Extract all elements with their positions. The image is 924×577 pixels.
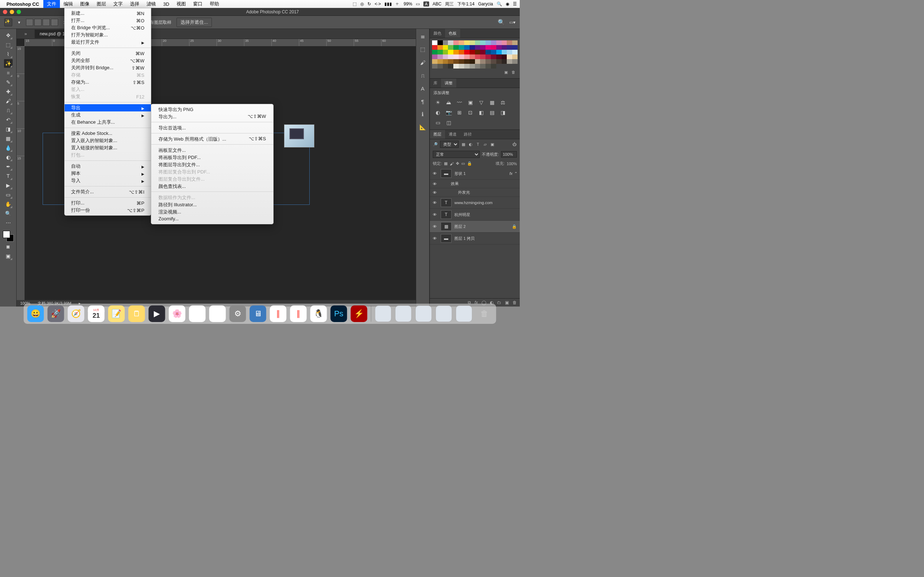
export-menu-item[interactable]: 画板至文件... <box>151 147 273 154</box>
swatch[interactable] <box>438 40 443 45</box>
swatch[interactable] <box>448 50 453 55</box>
swatch[interactable] <box>432 59 438 64</box>
newlayer-icon[interactable]: ▣ <box>505 300 509 305</box>
swatch[interactable] <box>432 64 438 69</box>
dock-min-win4[interactable] <box>436 305 452 322</box>
export-menu-item[interactable]: Zoomify... <box>151 215 273 222</box>
adj-bw-icon[interactable]: ◐ <box>434 109 441 116</box>
dock-Photoshop[interactable]: Ps <box>331 305 347 322</box>
properties-icon[interactable]: ⬚ <box>419 45 426 53</box>
swatch[interactable] <box>512 55 518 59</box>
export-menu-item[interactable]: 路径到 Illustrator... <box>151 201 273 208</box>
menu-3D[interactable]: 3D <box>160 0 173 8</box>
blur-tool[interactable]: 💧 <box>4 143 13 152</box>
eyedropper-tool[interactable]: ✎ <box>4 78 13 87</box>
spotlight-icon[interactable]: 🔍 <box>497 2 502 6</box>
delete-swatch-icon[interactable]: 🗑 <box>512 70 515 75</box>
filter-toggle[interactable]: ⏻ <box>512 142 517 147</box>
file-menu-item[interactable]: 置入链接的智能对象... <box>65 144 151 152</box>
lock-all-icon[interactable]: 🔒 <box>467 161 472 166</box>
edit-toolbar[interactable]: ⋯ <box>4 219 13 227</box>
tab-libraries[interactable]: 库 <box>430 79 441 88</box>
swatch[interactable] <box>480 40 485 45</box>
swatch[interactable] <box>453 40 459 45</box>
adj-vibrance-icon[interactable]: ▽ <box>478 99 485 106</box>
file-menu-item[interactable]: 存储为...⇧⌘S <box>65 79 151 86</box>
type-tool[interactable]: T <box>4 172 13 180</box>
swatch[interactable] <box>502 45 507 50</box>
dodge-tool[interactable]: ◐ <box>4 153 13 161</box>
adj-levels-icon[interactable]: ⛰ <box>445 99 452 106</box>
heal-tool[interactable]: ✚ <box>4 87 13 96</box>
swatch[interactable] <box>438 64 443 69</box>
swatch[interactable] <box>464 59 470 64</box>
swatch[interactable] <box>443 40 448 45</box>
path-select-tool[interactable]: ▶ <box>4 181 13 190</box>
export-menu-item[interactable]: 颜色查找表... <box>151 182 273 190</box>
swatch[interactable] <box>443 45 448 50</box>
menu-文件[interactable]: 文件 <box>43 0 60 8</box>
group-icon[interactable]: 🗀 <box>497 300 501 305</box>
filter-smart-icon[interactable]: ▣ <box>490 142 495 147</box>
swatch[interactable] <box>485 45 491 50</box>
file-menu-item[interactable]: 打印一份⌥⇧⌘P <box>65 206 151 214</box>
history-icon[interactable]: ≣ <box>419 32 426 40</box>
refine-button[interactable]: 选择并遮住... <box>176 18 212 27</box>
swatch[interactable] <box>480 50 485 55</box>
swatch[interactable] <box>485 40 491 45</box>
measure-icon[interactable]: 📐 <box>419 123 426 131</box>
swatch[interactable] <box>480 59 485 64</box>
adj-mixer-icon[interactable]: ⊞ <box>456 109 463 116</box>
lock-trans-icon[interactable]: ▦ <box>444 161 447 166</box>
swatch[interactable] <box>496 59 502 64</box>
menu-帮助[interactable]: 帮助 <box>206 0 223 8</box>
swatch[interactable] <box>491 40 496 45</box>
swatch[interactable] <box>464 45 470 50</box>
swatch[interactable] <box>475 55 480 59</box>
swatch[interactable] <box>432 40 438 45</box>
marquee-tool[interactable]: ⬚ <box>4 40 13 49</box>
swatch[interactable] <box>432 55 438 59</box>
tab-color[interactable]: 颜色 <box>430 29 445 38</box>
export-menu-item[interactable]: 导出首选项... <box>151 124 273 131</box>
swatch[interactable] <box>502 55 507 59</box>
swatch[interactable] <box>485 64 491 69</box>
current-tool-icon[interactable]: ✨ <box>4 18 12 26</box>
swatch[interactable] <box>507 45 512 50</box>
swatch[interactable] <box>512 50 518 55</box>
swatch[interactable] <box>453 64 459 69</box>
swatch[interactable] <box>507 40 512 45</box>
swatch[interactable] <box>512 40 518 45</box>
swatch[interactable] <box>443 64 448 69</box>
swatch[interactable] <box>432 50 438 55</box>
swatch[interactable] <box>475 50 480 55</box>
swatch[interactable] <box>448 40 453 45</box>
swatch[interactable] <box>507 59 512 64</box>
expand-panels[interactable]: » <box>16 31 35 36</box>
export-submenu[interactable]: 快速导出为 PNG导出为...⌥⇧⌘W导出首选项...存储为 Web 所用格式（… <box>151 104 274 224</box>
swatch[interactable] <box>512 59 518 64</box>
swatch[interactable] <box>443 55 448 59</box>
dock-Chrome[interactable]: ◎ <box>209 305 226 322</box>
tab-layers[interactable]: 图层 <box>430 130 445 139</box>
ruler-vertical[interactable]: 15051015 <box>16 46 24 300</box>
swatch[interactable] <box>475 45 480 50</box>
swatch[interactable] <box>464 55 470 59</box>
dock-Notes[interactable]: 📝 <box>108 305 125 322</box>
file-menu-item[interactable]: 导出▶ <box>65 104 151 111</box>
swatch[interactable] <box>438 55 443 59</box>
dock-Parallels[interactable]: ∥ <box>270 305 287 322</box>
sync-icon[interactable]: ↻ <box>367 2 371 6</box>
swatch[interactable] <box>448 45 453 50</box>
layer-row[interactable]: 👁▬形状 1fx ⌃ <box>430 168 520 180</box>
crop-tool[interactable]: ⌗ <box>4 69 13 77</box>
tab-paths[interactable]: 路径 <box>460 130 475 139</box>
adj-thresh-icon[interactable]: ◨ <box>499 109 506 116</box>
dock-QuickTime[interactable]: ▶ <box>149 305 165 322</box>
stamp-tool[interactable]: ⎍ <box>4 106 13 115</box>
swatch[interactable] <box>438 50 443 55</box>
dock-Desktop[interactable]: 🖥 <box>250 305 267 322</box>
pen-tool[interactable]: ✒ <box>4 162 13 171</box>
move-tool[interactable]: ✥ <box>4 31 13 40</box>
layer-row[interactable]: 👁▬图层 1 拷贝 <box>430 233 520 245</box>
